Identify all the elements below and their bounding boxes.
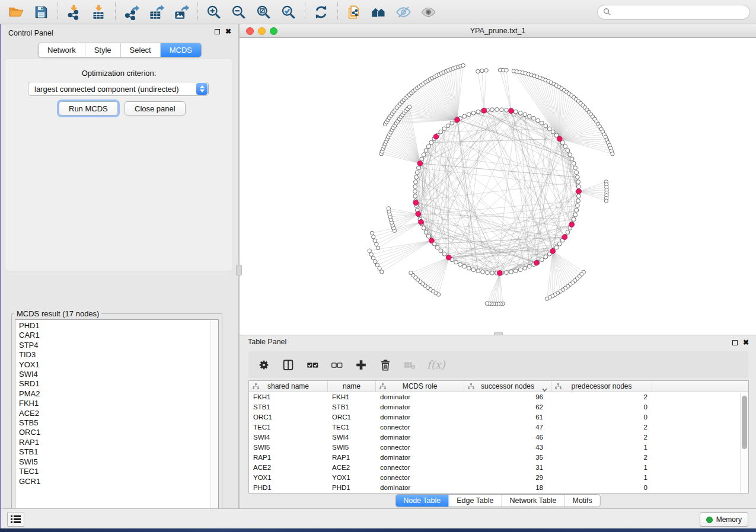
graph-node[interactable] xyxy=(554,245,559,249)
graph-node[interactable] xyxy=(439,130,443,134)
mcds-result-item[interactable]: STB1 xyxy=(19,447,209,457)
mcds-result-item[interactable]: GCR1 xyxy=(19,477,209,486)
export-image-icon[interactable] xyxy=(171,2,191,21)
graph-node[interactable] xyxy=(576,194,580,198)
graph-leaf-node[interactable] xyxy=(373,239,377,242)
graph-node[interactable] xyxy=(576,185,580,189)
graph-node[interactable] xyxy=(576,204,580,208)
graph-node[interactable] xyxy=(458,262,462,267)
graph-node[interactable] xyxy=(551,130,555,134)
graph-node[interactable] xyxy=(471,111,476,115)
graph-hub-node[interactable] xyxy=(417,161,423,166)
graph-node[interactable] xyxy=(454,260,458,264)
first-neighbors-icon[interactable] xyxy=(368,2,388,21)
graph-node[interactable] xyxy=(568,153,572,157)
graph-node[interactable] xyxy=(416,166,420,170)
network-window-titlebar[interactable]: YPA_prune.txt_1 xyxy=(240,24,756,38)
float-panel-icon[interactable] xyxy=(732,340,738,345)
graph-leaf-node[interactable] xyxy=(409,271,413,275)
mcds-list-scrollbar[interactable] xyxy=(210,320,218,527)
import-network-icon[interactable] xyxy=(63,2,84,21)
graph-node[interactable] xyxy=(505,108,509,113)
graph-node[interactable] xyxy=(426,145,430,149)
graph-leaf-node[interactable] xyxy=(368,249,371,252)
graph-node[interactable] xyxy=(573,166,578,170)
new-network-from-selection-icon[interactable] xyxy=(343,2,363,21)
column-header-predecessor-nodes[interactable]: predecessor nodes xyxy=(551,381,652,392)
search-field[interactable] xyxy=(597,5,750,20)
graph-node[interactable] xyxy=(462,114,467,118)
memory-button[interactable]: Memory xyxy=(700,512,748,527)
graph-leaf-node[interactable] xyxy=(476,69,480,73)
task-history-button[interactable] xyxy=(7,512,24,527)
graph-node[interactable] xyxy=(513,269,518,273)
graph-node[interactable] xyxy=(490,108,495,112)
table-tab-network-table[interactable]: Network Table xyxy=(502,495,564,507)
graph-leaf-node[interactable] xyxy=(370,231,374,235)
graph-hub-node[interactable] xyxy=(416,211,421,217)
graph-hub-node[interactable] xyxy=(446,255,452,260)
search-input[interactable] xyxy=(615,8,744,16)
mcds-result-item[interactable]: PMA2 xyxy=(19,389,209,399)
delete-column-icon[interactable] xyxy=(378,358,393,372)
select-all-columns-icon[interactable] xyxy=(305,358,320,372)
graph-leaf-node[interactable] xyxy=(369,252,373,256)
mcds-result-item[interactable]: TEC1 xyxy=(19,467,209,476)
graph-node[interactable] xyxy=(518,111,522,115)
graph-node[interactable] xyxy=(413,194,417,198)
graph-node[interactable] xyxy=(442,127,446,131)
graph-hub-node[interactable] xyxy=(550,249,556,254)
graph-hub-node[interactable] xyxy=(576,189,582,194)
mcds-result-item[interactable]: YOX1 xyxy=(19,360,209,370)
export-table-icon[interactable] xyxy=(146,2,166,21)
graph-node[interactable] xyxy=(462,264,467,268)
graph-node[interactable] xyxy=(413,190,417,194)
graph-node[interactable] xyxy=(500,108,504,112)
graph-node[interactable] xyxy=(573,213,578,217)
graph-hub-node[interactable] xyxy=(569,222,575,227)
graph-leaf-node[interactable] xyxy=(484,69,488,72)
graph-node[interactable] xyxy=(575,171,579,175)
graph-node[interactable] xyxy=(576,180,580,184)
mcds-result-item[interactable]: PHD1 xyxy=(19,321,209,331)
graph-node[interactable] xyxy=(426,234,430,238)
column-header-shared-name[interactable]: shared name xyxy=(249,381,328,392)
graph-node[interactable] xyxy=(439,249,443,253)
graph-node[interactable] xyxy=(572,217,576,222)
hide-selected-icon[interactable] xyxy=(393,2,413,21)
graph-hub-node[interactable] xyxy=(534,260,540,265)
graph-hub-node[interactable] xyxy=(562,235,567,240)
table-tab-node-table[interactable]: Node Table xyxy=(395,495,448,507)
graph-node[interactable] xyxy=(576,199,580,203)
graph-node[interactable] xyxy=(446,124,450,128)
graph-node[interactable] xyxy=(415,171,419,175)
show-columns-icon[interactable] xyxy=(281,358,295,372)
graph-leaf-node[interactable] xyxy=(378,267,381,270)
mcds-result-item[interactable]: SWI5 xyxy=(19,457,209,467)
mcds-result-item[interactable]: STB5 xyxy=(19,418,209,428)
table-row[interactable]: YOX1YOX1connector291 xyxy=(249,473,748,483)
graph-node[interactable] xyxy=(414,175,419,180)
table-row[interactable]: ACE2ACE2connector311 xyxy=(249,463,748,473)
graph-node[interactable] xyxy=(540,258,544,262)
vertical-splitter-handle[interactable] xyxy=(236,265,242,275)
table-tab-edge-table[interactable]: Edge Table xyxy=(448,495,501,507)
graph-leaf-node[interactable] xyxy=(604,199,608,203)
close-panel-icon[interactable]: ✖ xyxy=(743,340,749,345)
graph-node[interactable] xyxy=(575,208,579,212)
table-row[interactable]: SWI5SWI5connector431 xyxy=(249,443,748,453)
graph-node[interactable] xyxy=(547,127,551,131)
table-settings-gear-icon[interactable] xyxy=(257,358,271,372)
criterion-select[interactable]: largest connected component (undirected) xyxy=(28,82,209,96)
table-row[interactable]: ORC1ORC1dominator610 xyxy=(249,412,748,422)
refresh-view-icon[interactable] xyxy=(311,2,331,21)
graph-node[interactable] xyxy=(422,153,426,157)
graph-leaf-node[interactable] xyxy=(407,105,411,108)
table-row[interactable]: SWI4SWI4dominator462 xyxy=(249,432,748,443)
graph-leaf-node[interactable] xyxy=(380,270,384,274)
graph-node[interactable] xyxy=(413,185,417,189)
mcds-result-item[interactable]: TID3 xyxy=(19,350,209,360)
graph-hub-node[interactable] xyxy=(433,134,439,139)
graph-leaf-node[interactable] xyxy=(461,63,465,67)
column-header-name[interactable]: name xyxy=(328,381,376,392)
